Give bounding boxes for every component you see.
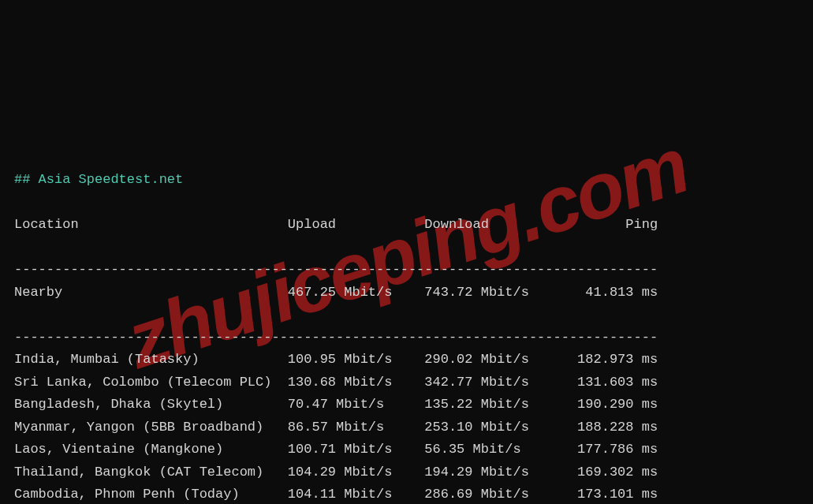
- table-row: Cambodia, Phnom Penh (Today) 104.11 Mbit…: [14, 483, 799, 504]
- table-row: Sri Lanka, Colombo (Telecom PLC) 130.68 …: [14, 371, 799, 394]
- table-row: Myanmar, Yangon (5BB Broadband) 86.57 Mb…: [14, 416, 799, 439]
- table-row: Laos, Vientaine (Mangkone) 100.71 Mbit/s…: [14, 439, 799, 461]
- table-row: India, Mumbai (Tatasky) 100.95 Mbit/s 29…: [14, 349, 799, 371]
- table-row: Thailand, Bangkok (CAT Telecom) 104.29 M…: [14, 461, 799, 484]
- section-title: ## Asia Speedtest.net: [14, 172, 183, 187]
- divider: ----------------------------------------…: [14, 330, 658, 345]
- column-headers: Location Upload Download Ping: [14, 214, 799, 237]
- divider: ----------------------------------------…: [14, 262, 658, 277]
- table-row: Bangladesh, Dhaka (Skytel) 70.47 Mbit/s …: [14, 394, 799, 416]
- terminal-output: ## Asia Speedtest.net Location Upload Do…: [14, 146, 799, 504]
- nearby-row: Nearby 467.25 Mbit/s 743.72 Mbit/s 41.81…: [14, 282, 799, 304]
